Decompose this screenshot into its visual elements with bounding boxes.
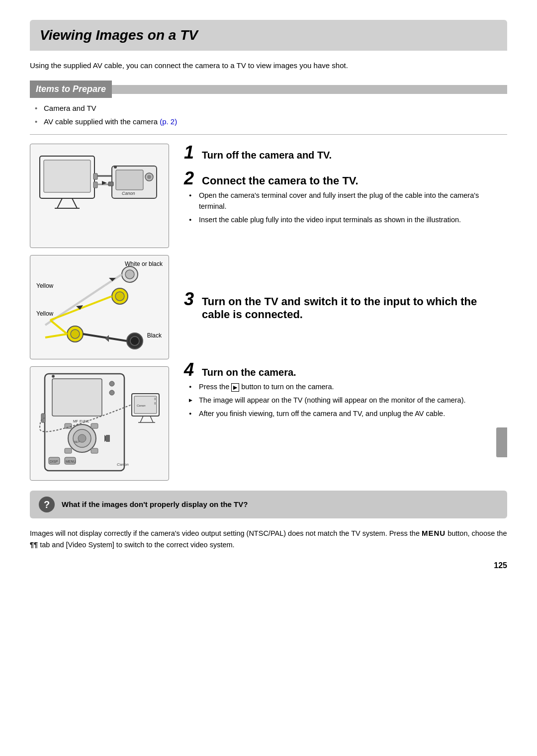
svg-rect-53 [106, 435, 110, 442]
step-1-header: 1 Turn off the camera and TV. [184, 144, 507, 162]
cables-svg [35, 260, 155, 352]
items-list: Camera and TV AV cable supplied with the… [35, 103, 507, 127]
step-4-bullet-3: After you finish viewing, turn off the c… [189, 409, 507, 420]
step-4-bullet-2: The image will appear on the TV (nothing… [189, 395, 507, 406]
svg-point-36 [109, 381, 114, 386]
svg-point-27 [71, 330, 80, 338]
menu-key: MENU [422, 529, 446, 537]
svg-line-2 [57, 198, 62, 208]
camera-tv-illustration: Canon [30, 144, 169, 248]
link-p2[interactable]: (p. 2) [160, 117, 177, 126]
svg-line-3 [72, 198, 77, 208]
list-item: Camera and TV [35, 103, 507, 114]
svg-point-12 [147, 175, 151, 179]
step-2-bullets: Open the camera's terminal cover and ful… [189, 190, 507, 225]
step-2-bullet-1: Open the camera's terminal cover and ful… [189, 190, 507, 212]
page-title-bar: Viewing Images on a TV [30, 20, 507, 51]
step-2: 2 Connect the camera to the TV. Open the… [184, 169, 507, 226]
step-3-header: 3 Turn on the TV and switch it to the in… [184, 290, 507, 322]
svg-text:DISP: DISP [50, 460, 58, 463]
svg-rect-47 [91, 448, 98, 453]
step-4-num: 4 [184, 361, 198, 379]
images-column: Canon White or black Yellow Yellow Black [30, 144, 169, 481]
step-1: 1 Turn off the camera and TV. [184, 144, 507, 162]
page-title: Viewing Images on a TV [40, 25, 497, 46]
step-3: 3 Turn on the TV and switch it to the in… [184, 290, 507, 322]
main-content: Canon White or black Yellow Yellow Black [30, 144, 507, 481]
tab-icon: ¶¶ [30, 541, 38, 549]
svg-point-31 [130, 336, 139, 345]
svg-point-16 [114, 166, 117, 168]
step-4-bullets: Press the ▶ button to turn on the camera… [189, 382, 507, 419]
svg-line-58 [140, 416, 143, 422]
svg-rect-14 [108, 182, 113, 186]
question-icon: ? [39, 497, 55, 512]
svg-rect-63 [154, 402, 157, 405]
svg-rect-62 [154, 398, 157, 400]
section-heading-text: Items to Prepare [30, 81, 112, 98]
play-button-icon: ▶ [231, 383, 239, 392]
step-2-header: 2 Connect the camera to the TV. [184, 169, 507, 187]
svg-point-18 [125, 270, 134, 279]
svg-rect-6 [93, 182, 97, 188]
list-item: AV cable supplied with the camera (p. 2) [35, 116, 507, 128]
step-1-num: 1 [184, 144, 198, 162]
step-2-num: 2 [184, 169, 198, 187]
step-2-title: Connect the camera to the TV. [202, 174, 358, 187]
svg-line-28 [45, 334, 67, 337]
svg-text:Canon: Canon [122, 191, 135, 196]
steps-column: 1 Turn off the camera and TV. 2 Connect … [184, 144, 507, 481]
step-3-num: 3 [184, 290, 198, 308]
svg-text:Canon: Canon [117, 462, 129, 467]
camera-back-illustration: MF FUNC SET DISP MENU [30, 366, 169, 481]
info-box-text: What if the images don't properly displa… [62, 499, 248, 510]
intro-text: Using the supplied AV cable, you can con… [30, 60, 507, 72]
svg-text:MENU: MENU [66, 460, 76, 463]
svg-text:SET: SET [74, 440, 80, 443]
svg-marker-33 [105, 335, 109, 342]
svg-text:MF: MF [73, 420, 78, 423]
heading-bar [112, 85, 507, 94]
page-number: 125 [30, 560, 507, 572]
svg-point-23 [115, 292, 124, 301]
svg-rect-5 [93, 173, 97, 179]
svg-rect-1 [44, 160, 90, 192]
side-tab [496, 427, 507, 457]
step-2-bullet-2: Insert the cable plug fully into the vid… [189, 215, 507, 226]
footer-text: Images will not display correctly if the… [30, 527, 507, 551]
step-4-header: 4 Turn on the camera. [184, 361, 507, 379]
svg-point-37 [109, 390, 114, 395]
step-1-title: Turn off the camera and TV. [202, 149, 332, 161]
camera-tv-svg: Canon [35, 146, 164, 246]
svg-line-29 [50, 320, 67, 334]
svg-rect-46 [65, 448, 72, 453]
svg-text:Canon: Canon [137, 404, 146, 407]
step-3-title: Turn on the TV and switch it to the inpu… [202, 295, 507, 322]
svg-line-59 [150, 416, 153, 422]
camera-back-svg: MF FUNC SET DISP MENU [35, 369, 164, 478]
svg-rect-45 [91, 423, 98, 428]
svg-rect-35 [52, 379, 102, 416]
svg-point-65 [53, 376, 54, 377]
cable-connectors-illustration: White or black Yellow Yellow Black [30, 255, 169, 359]
divider [30, 134, 507, 135]
step-4-title: Turn on the camera. [202, 366, 296, 378]
section-heading: Items to Prepare [30, 81, 507, 98]
svg-line-32 [83, 334, 127, 341]
step-4-bullet-1: Press the ▶ button to turn on the camera… [189, 382, 507, 393]
svg-rect-10 [116, 170, 143, 190]
info-box: ? What if the images don't properly disp… [30, 491, 507, 518]
step-4: 4 Turn on the camera. Press the ▶ button… [184, 361, 507, 419]
